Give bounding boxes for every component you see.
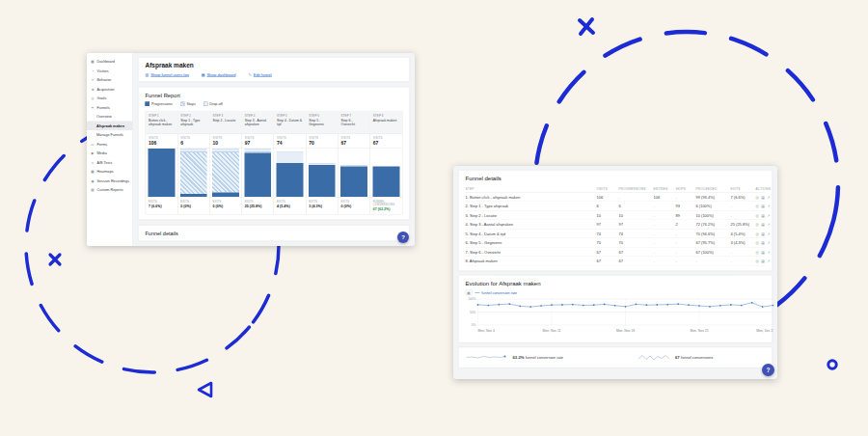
- segment-icon[interactable]: ◎: [756, 259, 759, 263]
- show-dashboard-link[interactable]: ▦Show dashboard: [202, 72, 236, 77]
- step-bar[interactable]: [306, 149, 338, 197]
- row-actions: ◎▦↗: [756, 222, 776, 227]
- sidebar-item-dashboard[interactable]: ▦Dashboard: [87, 57, 133, 67]
- data-point: [688, 304, 690, 306]
- help-button[interactable]: ?: [762, 364, 774, 376]
- sidebar-item-behavior[interactable]: ≡Behavior: [87, 75, 133, 85]
- table-row[interactable]: 4. Step 3 - Aantal afspraken9797-272 (74…: [466, 220, 766, 230]
- sidebar-item-media[interactable]: ▶Media: [87, 149, 133, 158]
- evolution-series-toggle[interactable]: funnel conversion rate: [475, 290, 517, 295]
- table-row[interactable]: 1. Button click - afspraak maken106-106-…: [466, 193, 766, 203]
- legend-label: Drop-off: [209, 102, 222, 107]
- data-point: [666, 304, 668, 306]
- cell-exits: 4 (5.4%): [731, 232, 756, 236]
- data-point: [572, 304, 574, 306]
- funnel-step-header: STEP 4Step 3 - Aantal afspraken: [242, 112, 274, 134]
- trend-icon[interactable]: ↗: [767, 240, 770, 245]
- help-button[interactable]: ?: [397, 232, 409, 243]
- step-bar[interactable]: [177, 149, 209, 197]
- segment-icon[interactable]: ◎: [756, 204, 759, 208]
- step-bar[interactable]: [339, 149, 370, 197]
- sidebar-item-label: Behavior: [97, 78, 112, 83]
- table-icon[interactable]: ▦: [761, 240, 765, 245]
- cell-skips: -: [676, 259, 696, 263]
- step-bar[interactable]: [370, 149, 402, 197]
- step-bar[interactable]: [242, 149, 274, 197]
- sidebar-item-acquisition[interactable]: ◈Acquisition: [87, 85, 133, 95]
- legend-drop-off[interactable]: Drop-off: [203, 102, 223, 107]
- segment-icon[interactable]: ◎: [756, 240, 759, 245]
- sidebar-item-session-recordings[interactable]: ◉Session Recordings: [87, 177, 133, 186]
- data-point: [508, 303, 510, 305]
- trend-icon[interactable]: ↗: [767, 259, 770, 263]
- cell-exits: -: [731, 250, 756, 255]
- step-bar[interactable]: [146, 149, 177, 197]
- table-icon[interactable]: ▦: [761, 204, 765, 208]
- table-row[interactable]: 8. Afspraak maken6767----◎▦↗: [466, 257, 766, 266]
- step-visits-cell: VISITS67: [339, 134, 370, 150]
- funnel-report-window: ▦Dashboard◔Visitors≡Behavior◈Acquisition…: [87, 53, 415, 246]
- solid-segment: [372, 166, 399, 197]
- table-icon[interactable]: ▦: [761, 232, 765, 236]
- show-funnel-users-log-link[interactable]: ▥Show funnel users log: [146, 72, 189, 77]
- data-point: [730, 304, 732, 306]
- table-icon[interactable]: ▦: [761, 222, 765, 227]
- trend-icon[interactable]: ↗: [767, 232, 770, 236]
- triangle-doodle: [199, 383, 211, 396]
- trend-icon[interactable]: ↗: [767, 250, 770, 255]
- data-point: [488, 305, 490, 307]
- trend-icon[interactable]: ↗: [767, 204, 770, 208]
- sidebar-item-a-b-tests[interactable]: ⌗A/B Tests: [87, 158, 133, 168]
- funnel-details-collapsed-bar[interactable]: Funnel details: [138, 225, 410, 241]
- sidebar-item-label: Acquisition: [97, 87, 115, 92]
- table-icon[interactable]: ▦: [761, 195, 765, 200]
- sidebar-item-custom-reports[interactable]: ▤Custom Reports: [87, 185, 133, 195]
- legend-stays[interactable]: Stays: [180, 102, 196, 107]
- trend-icon[interactable]: ↗: [767, 195, 770, 200]
- sidebar-item-label: Custom Reports: [97, 188, 123, 193]
- data-point: [625, 306, 627, 308]
- hatch-segment: [180, 151, 207, 194]
- legend-progressions[interactable]: Progressions: [146, 102, 173, 107]
- sidebar-item-forms[interactable]: ▭Forms: [87, 140, 133, 150]
- trend-icon[interactable]: ↗: [767, 213, 770, 218]
- segment-icon[interactable]: ◎: [756, 213, 759, 218]
- table-icon[interactable]: ▦: [761, 213, 765, 218]
- column-header-step: STEP: [466, 187, 597, 191]
- sidebar-item-visitors[interactable]: ◔Visitors: [87, 67, 133, 76]
- segment-icon[interactable]: ◎: [756, 250, 759, 255]
- cell-exits: 7 (6.6%): [731, 195, 756, 200]
- segment-icon[interactable]: ◎: [756, 195, 759, 200]
- sidebar-item-heatmaps[interactable]: ▩Heatmaps: [87, 167, 133, 177]
- step-bar[interactable]: [274, 149, 306, 197]
- cell-step: 3. Step 2 - Locatie: [466, 213, 597, 218]
- trend-icon[interactable]: ↗: [767, 222, 770, 227]
- evolution-card: Evolution for Afspraak maken ▣ funnel co…: [458, 275, 773, 343]
- show-funnel-users-log-icon: ▥: [146, 72, 149, 77]
- sidebar-item-manage-funnels[interactable]: Manage Funnels: [87, 130, 133, 140]
- sidebar-item-funnels[interactable]: ⏷Funnels: [87, 103, 133, 113]
- table-row[interactable]: 6. Step 5 - Gegevens7070--67 (95.7%)3 (4…: [466, 238, 766, 248]
- table-row[interactable]: 7. Step 6 - Overzicht6767--67 (100%)-◎▦↗: [466, 248, 766, 258]
- step-bar[interactable]: [210, 149, 242, 197]
- segment-icon[interactable]: ◎: [756, 232, 759, 236]
- cell-exits: -: [731, 213, 756, 218]
- step-exits-cell: EXITS7 (6.6%): [146, 197, 177, 211]
- data-point: [698, 305, 700, 307]
- table-row[interactable]: 2. Step 1 - Type afspraak66-936 (100%)-◎…: [466, 202, 766, 211]
- cell-step: 7. Step 6 - Overzicht: [466, 250, 597, 255]
- edit-funnel-link[interactable]: ✎Edit funnel: [248, 72, 271, 77]
- table-row[interactable]: 5. Step 4 - Datum & tijd7474--70 (94.6%)…: [466, 230, 766, 239]
- legend-label: Progressions: [151, 102, 173, 107]
- visits-value: 6: [180, 140, 206, 146]
- row-actions: ◎▦↗: [756, 204, 776, 208]
- table-icon[interactable]: ▦: [761, 250, 765, 255]
- sidebar-item-overview[interactable]: Overview: [87, 112, 133, 122]
- table-row[interactable]: 3. Step 2 - Locatie1010-8910 (100%)-◎▦↗: [466, 211, 766, 221]
- segment-icon[interactable]: ◎: [756, 222, 759, 227]
- exits-value: 0 (0%): [341, 204, 367, 208]
- table-icon[interactable]: ▦: [761, 259, 765, 263]
- sidebar-item-afspraak-maken[interactable]: Afspraak maken: [87, 122, 133, 131]
- exits-label: EXITS: [245, 200, 271, 203]
- sidebar-item-goals[interactable]: ◎Goals: [87, 94, 133, 103]
